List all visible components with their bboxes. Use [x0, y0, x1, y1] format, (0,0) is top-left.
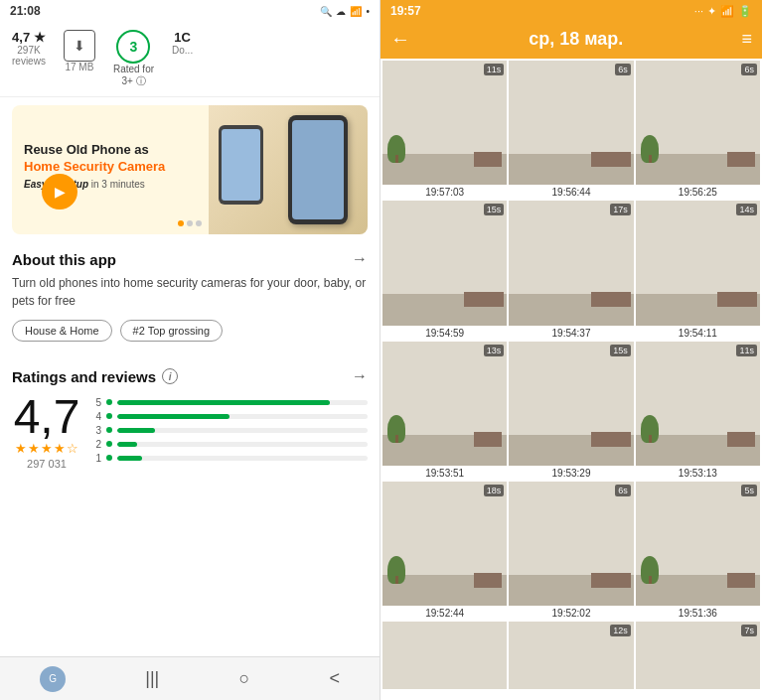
room-scene [636, 61, 760, 185]
thumb-image: 11s [636, 342, 760, 466]
room-desk [727, 152, 755, 167]
thumb-image: 15s [382, 201, 507, 325]
thumb-image: 6s [509, 61, 633, 185]
star-2: ★ [28, 441, 40, 456]
video-item[interactable]: 14s19:54:11 [636, 201, 760, 339]
video-time: 19:51:36 [636, 606, 760, 620]
about-title: About this app [12, 251, 116, 268]
rating-value: 4,7 ★ [12, 30, 46, 45]
video-item[interactable]: 12s19:50:33 [509, 622, 633, 689]
more-stat: 1C Do... [172, 30, 193, 56]
video-thumb[interactable]: 15s [509, 342, 633, 466]
filter-button[interactable]: ≡ [741, 29, 752, 50]
back-icon[interactable]: < [329, 668, 340, 689]
room-desk [727, 573, 755, 588]
room-desk [727, 432, 755, 447]
video-thumb[interactable]: 11s [636, 342, 760, 466]
room-wall [509, 342, 633, 441]
video-thumb[interactable]: 7s [636, 622, 760, 689]
video-thumb[interactable]: 13s [382, 342, 507, 466]
right-header: ← ср, 18 мар. ≡ [381, 22, 762, 59]
video-item[interactable]: 6s19:56:25 [636, 61, 760, 199]
reviews-sub: reviews [12, 56, 46, 67]
play-button[interactable]: ▶ [42, 174, 77, 210]
ratings-body: 4,7 ★ ★ ★ ★ ☆ 297 031 5 4 3 [12, 393, 368, 470]
video-item[interactable]: 15s19:53:29 [509, 342, 633, 480]
video-item[interactable]: 15s19:54:59 [382, 201, 507, 339]
about-desc: Turn old phones into home security camer… [12, 274, 368, 310]
header-date: ср, 18 мар. [420, 29, 731, 50]
room-scene [509, 61, 633, 185]
status-icons-left: 🔍 ☁ 📶 • [320, 6, 370, 17]
more-val: 1C [174, 30, 191, 45]
video-thumb[interactable]: 15s [382, 201, 507, 325]
video-thumb[interactable]: 17s [509, 201, 633, 325]
video-item[interactable]: 11s19:53:13 [636, 342, 760, 480]
about-arrow[interactable]: → [352, 250, 368, 268]
bar-track [117, 442, 368, 447]
room-desk [591, 573, 631, 588]
video-item[interactable]: 6s19:52:02 [509, 482, 633, 620]
tag-top-grossing[interactable]: #2 Top grossing [120, 320, 223, 342]
room-plant [387, 408, 407, 443]
video-item[interactable]: 6s19:56:44 [509, 61, 633, 199]
rated-stat: 3 Rated for3+ ⓘ [113, 30, 154, 88]
menu-icon[interactable]: ||| [145, 668, 159, 689]
carousel-dots [178, 220, 202, 226]
video-item[interactable]: 19:50:55 [382, 622, 507, 689]
star-half: ☆ [67, 441, 78, 456]
back-button[interactable]: ← [390, 28, 410, 51]
info-icon[interactable]: i [162, 368, 178, 384]
app-stats: 4,7 ★ 297K reviews ⬇ 17 MB 3 Rated for3+… [0, 22, 380, 97]
video-time: 19:56:25 [636, 185, 760, 199]
video-item[interactable]: 18s19:52:44 [382, 482, 507, 620]
video-item[interactable]: 7s19:50:12 [636, 622, 760, 689]
thumb-image: 14s [636, 201, 760, 325]
bar-row-3: 3 [93, 425, 368, 436]
room-scene [509, 201, 633, 325]
video-thumb[interactable]: 14s [636, 201, 760, 325]
thumb-image: 6s [636, 61, 760, 185]
big-rating-num: 4,7 [14, 393, 80, 441]
rated-text: Rated for3+ ⓘ [113, 64, 154, 88]
video-item[interactable]: 11s19:57:03 [382, 61, 507, 199]
bar-row-4: 4 [93, 411, 368, 422]
video-time: 19:56:44 [509, 185, 633, 199]
more-label: Do... [172, 45, 193, 56]
duration-badge: 17s [610, 204, 631, 215]
phone-screen [292, 120, 344, 219]
bar-dot [106, 455, 112, 461]
video-item[interactable]: 5s19:51:36 [636, 482, 760, 620]
room-desk [474, 432, 502, 447]
promo-banner[interactable]: Reuse Old Phone as Home Security Camera … [12, 105, 368, 234]
ratings-arrow[interactable]: → [352, 367, 368, 385]
video-thumb[interactable]: 6s [509, 482, 633, 606]
video-thumb[interactable]: 11s [382, 61, 507, 185]
duration-badge: 6s [741, 64, 757, 75]
home-icon[interactable]: ○ [238, 668, 249, 689]
video-item[interactable]: 13s19:53:51 [382, 342, 507, 480]
phone-shape [288, 115, 348, 224]
room-scene [636, 482, 760, 606]
avatar[interactable]: G [40, 666, 66, 692]
video-thumb[interactable]: 12s [509, 622, 633, 689]
duration-badge: 18s [484, 485, 505, 496]
bar-track [117, 456, 368, 461]
room-plant [641, 408, 661, 443]
video-thumb[interactable]: 6s [636, 61, 760, 185]
video-thumb[interactable]: 6s [509, 61, 633, 185]
room-scene [382, 342, 507, 466]
duration-badge: 13s [484, 345, 505, 356]
promo-title: Reuse Old Phone as Home Security Camera [24, 142, 165, 176]
room-desk [464, 292, 504, 307]
video-thumb[interactable]: 18s [382, 482, 507, 606]
video-thumb[interactable] [382, 622, 507, 689]
video-item[interactable]: 17s19:54:37 [509, 201, 633, 339]
tag-house-home[interactable]: House & Home [12, 320, 112, 342]
video-thumb[interactable]: 5s [636, 482, 760, 606]
duration-badge: 7s [741, 625, 757, 636]
duration-badge: 11s [484, 64, 505, 75]
duration-badge: 12s [610, 625, 631, 636]
thumb-image: 7s [636, 622, 760, 689]
bar-row-5: 5 [93, 397, 368, 408]
